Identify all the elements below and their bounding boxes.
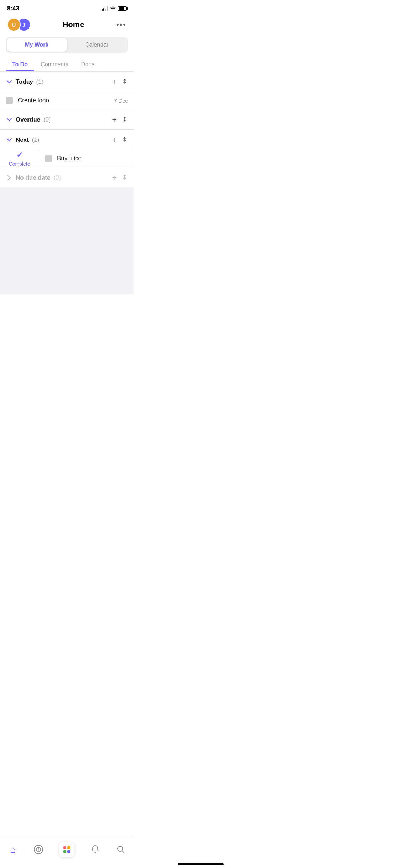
overdue-add-button[interactable]: + [112,115,117,124]
section-overdue-actions: + [112,115,128,124]
complete-check-icon: ✓ [16,150,23,160]
tab-my-work[interactable]: My Work [7,38,67,52]
section-no-due-date[interactable]: No due date (0) + [0,167,134,187]
header-title: Home [62,20,84,29]
today-sort-button[interactable] [122,78,128,86]
no-due-date-sort-button[interactable] [122,174,128,182]
subtab-comments[interactable]: Comments [34,58,74,71]
section-overdue[interactable]: Overdue (0) + [0,109,134,129]
more-button[interactable]: ••• [116,20,127,29]
section-today[interactable]: Today (1) + [0,72,134,92]
task-date-create-logo: 7 Dec [114,98,128,104]
content-area: To Do Comments Done Today (1) + Create l… [0,53,134,330]
task-checkbox-buy-juice[interactable] [45,155,52,162]
signal-icon [102,6,108,11]
task-buy-juice-wrapper: ✓ Complete Buy juice [0,150,134,167]
next-add-button[interactable]: + [112,135,117,145]
avatars[interactable]: U J [7,18,31,31]
section-today-title: Today (1) [16,78,112,86]
chevron-today-icon [6,78,13,86]
battery-icon [118,6,127,11]
task-buy-juice[interactable]: Buy juice [39,150,134,167]
section-overdue-title: Overdue (0) [16,116,112,123]
section-next[interactable]: Next (1) + [0,130,134,150]
gray-section [0,187,134,294]
complete-label: Complete [9,161,30,167]
status-time: 8:43 [7,5,19,12]
tab-calendar[interactable]: Calendar [67,38,127,52]
next-sort-button[interactable] [122,136,128,144]
today-add-button[interactable]: + [112,77,117,87]
section-next-actions: + [112,135,128,145]
status-icons [102,6,127,11]
section-next-title: Next (1) [16,136,112,144]
section-no-due-date-actions: + [112,173,128,182]
subtab-todo[interactable]: To Do [6,58,34,71]
complete-action[interactable]: ✓ Complete [0,150,39,167]
wifi-icon [110,6,116,11]
chevron-no-due-date-icon [6,174,13,181]
subtab-done[interactable]: Done [75,58,101,71]
section-no-due-date-title: No due date (0) [16,174,112,181]
section-today-actions: + [112,77,128,87]
task-name-create-logo: Create logo [18,97,114,104]
main-tabs: My Work Calendar [6,37,128,53]
task-name-buy-juice: Buy juice [57,155,128,162]
chevron-next-icon [6,136,13,144]
status-bar: 8:43 [0,0,134,15]
avatar-u[interactable]: U [7,18,21,31]
chevron-overdue-icon [6,116,13,123]
overdue-sort-button[interactable] [122,116,128,124]
sub-tabs: To Do Comments Done [0,53,134,71]
no-due-date-add-button[interactable]: + [112,173,117,182]
task-create-logo[interactable]: Create logo 7 Dec [0,92,134,109]
header: U J Home ••• [0,15,134,36]
task-checkbox-create-logo[interactable] [6,97,13,104]
